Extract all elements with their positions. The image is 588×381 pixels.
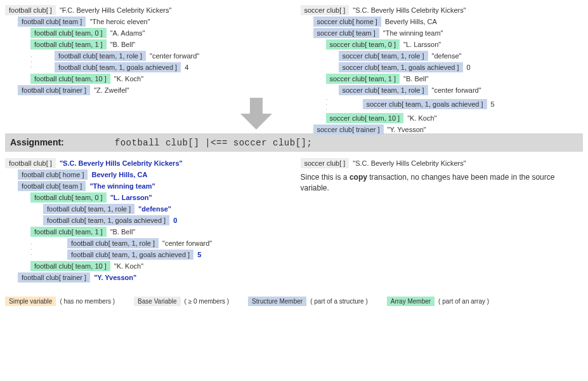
value-text: 4 (185, 64, 188, 71)
tree-row: soccer club[ trainer ]"Y. Yvesson" (313, 124, 584, 135)
value-text: "Y. Yvesson" (94, 274, 136, 281)
value-text: "S.C. Beverly Hills Celebrity Kickers" (353, 6, 466, 14)
array-tag: soccer club[ team, 1 ] (326, 74, 400, 84)
tree-row: football club[ team ]"The winning team" (18, 181, 288, 191)
tree-row: football club[ team, 0 ]"L. Larsson" (30, 192, 288, 203)
legend-desc: ( ≥ 0 members ) (185, 298, 230, 305)
tree-row: football club[ team ]"The heroic eleven" (18, 17, 288, 27)
tree-row: soccer club[ team, 1, goals achieved ]0 (339, 62, 584, 72)
value-text: 5 (491, 100, 495, 108)
tree-row: soccer club[ team ]"The winning team" (313, 28, 584, 38)
value-text: "The winning team" (383, 29, 443, 37)
assignment-bar: Assignment: football club[] |<== soccer … (5, 133, 583, 152)
value-text: 0 (173, 217, 177, 224)
dots-indicator: ··· (30, 241, 55, 257)
legend: Simple variable( has no members ) Base V… (5, 293, 583, 306)
tree-row: football club[ ]"S.C. Beverly Hills Cele… (5, 158, 288, 168)
tree-row: soccer club[ ]"S.C. Beverly Hills Celebr… (301, 5, 584, 15)
value-text: "A. Adams" (110, 29, 145, 37)
value-text: "B. Bell" (403, 75, 429, 83)
after-columns: football club[ ]"S.C. Beverly Hills Cele… (5, 158, 583, 284)
struct-tag: football club[ team, 1, goals achieved ] (55, 62, 181, 72)
tree-row: football club[ team, 10 ]"K. Koch" (30, 261, 288, 271)
struct-tag: football club[ team, 1, role ] (43, 204, 134, 214)
struct-tag: soccer club[ team, 1, goals achieved ] (339, 62, 463, 72)
legend-desc: ( part of an array ) (438, 298, 489, 305)
tree-row: football club[ team, 10 ]"K. Koch" (30, 74, 288, 84)
struct-tag: football club[ home ] (18, 170, 88, 180)
legend-item-simple: Simple variable( has no members ) (5, 297, 115, 306)
tree-row: football club[ team, 1, role ]"defense" (43, 204, 288, 214)
value-text: 0 (467, 64, 471, 71)
tree-row: football club[ trainer ]"Z. Zweifel" (18, 85, 288, 95)
struct-tag: football club[ team ] (18, 181, 86, 191)
legend-swatch: Structure Member (248, 297, 306, 306)
legend-item-struct: Structure Member( part of a structure ) (248, 297, 368, 306)
tree-row: soccer club[ home ]Beverly Hills, CA (313, 17, 584, 27)
value-text: "Y. Yvesson" (388, 126, 426, 133)
base-tag: football club[ ] (5, 5, 56, 15)
after-left-tree: football club[ ]"S.C. Beverly Hills Cele… (5, 158, 288, 284)
struct-tag: football club[ team, 1, role ] (55, 51, 146, 61)
value-text: 5 (197, 251, 201, 258)
tree-row: football club[ team, 1 ]"B. Bell" (30, 39, 288, 50)
note-text: Since this is a (301, 173, 350, 182)
arrow-down-icon (237, 98, 275, 130)
tree-row-with-dots: ···football club[ team, 1, role ]"center… (5, 238, 288, 260)
array-tag: football club[ team, 10 ] (30, 74, 110, 84)
tree-row: soccer club[ team, 1, role ]"defense" (339, 51, 584, 61)
tree-row: football club[ home ]Beverly Hills, CA (18, 170, 288, 180)
legend-swatch: Array Member (387, 297, 434, 306)
assignment-code: football club[] |<== soccer club[]; (115, 138, 313, 148)
tree-row: soccer club[ team, 1, role ]"center forw… (339, 85, 584, 95)
tree-row: football club[ team, 1, goals achieved ]… (43, 215, 288, 225)
array-tag: soccer club[ team, 10 ] (326, 113, 404, 123)
value-text: Beverly Hills, CA (385, 18, 437, 25)
value-text: Beverly Hills, CA (91, 171, 147, 178)
value-text: "L. Larsson" (403, 41, 441, 48)
array-tag: soccer club[ team, 0 ] (326, 39, 400, 50)
array-tag: football club[ team, 0 ] (30, 192, 107, 203)
struct-tag: soccer club[ team, 1, role ] (339, 51, 428, 61)
base-tag: soccer club[ ] (301, 158, 350, 168)
value-text: "center forward" (162, 239, 212, 247)
value-text: "The winning team" (89, 182, 155, 190)
svg-marker-0 (240, 98, 272, 130)
legend-desc: ( part of a structure ) (310, 298, 368, 305)
legend-item-array: Array Member( part of an array ) (387, 297, 489, 306)
struct-tag: football club[ team, 1, role ] (67, 238, 159, 248)
value-text: "K. Koch" (114, 262, 143, 270)
value-text: "defense" (432, 52, 462, 60)
note-bold: copy (350, 173, 367, 182)
base-tag: football club[ ] (5, 158, 56, 168)
tree-row: soccer club[ team, 1 ]"B. Bell" (326, 74, 584, 84)
dots-indicator: ··· (30, 54, 55, 69)
tree-row: football club[ ]"F.C. Beverly Hills Cele… (5, 5, 288, 15)
array-tag: football club[ team, 0 ] (30, 28, 107, 38)
value-text: "B. Bell" (110, 228, 136, 236)
tree-row: football club[ team, 0 ]"A. Adams" (30, 28, 288, 38)
struct-tag: football club[ team ] (18, 17, 86, 27)
struct-tag: soccer club[ team ] (313, 28, 379, 38)
legend-swatch: Simple variable (5, 297, 56, 306)
array-tag: football club[ team, 1 ] (30, 227, 107, 237)
value-text: "S.C. Beverly Hills Celebrity Kickers" (353, 159, 466, 167)
value-text: "Z. Zweifel" (94, 86, 129, 94)
tree-row: football club[ team, 1 ]"B. Bell" (30, 227, 288, 237)
value-text: "K. Koch" (407, 114, 436, 122)
value-text: "The heroic eleven" (89, 18, 150, 25)
value-text: "K. Koch" (114, 75, 143, 83)
value-text: "center forward" (432, 86, 481, 94)
value-text: "B. Bell" (110, 41, 136, 48)
legend-swatch: Base Variable (134, 297, 181, 306)
legend-desc: ( has no members ) (60, 298, 115, 305)
tree-row: soccer club[ ]"S.C. Beverly Hills Celebr… (301, 158, 584, 168)
tree-row-with-dots: ···football club[ team, 1, role ]"center… (5, 51, 288, 72)
value-text: "center forward" (150, 52, 199, 60)
before-right-tree: soccer club[ ]"S.C. Beverly Hills Celebr… (301, 5, 584, 136)
value-text: "F.C. Beverly Hills Celebrity Kickers" (60, 6, 172, 14)
tree-row-with-dots: ···soccer club[ team, 1, goals achieved … (301, 97, 584, 112)
struct-tag: soccer club[ home ] (313, 17, 381, 27)
value-text: "S.C. Beverly Hills Celebrity Kickers" (60, 159, 183, 167)
struct-tag: football club[ trainer ] (18, 272, 90, 283)
